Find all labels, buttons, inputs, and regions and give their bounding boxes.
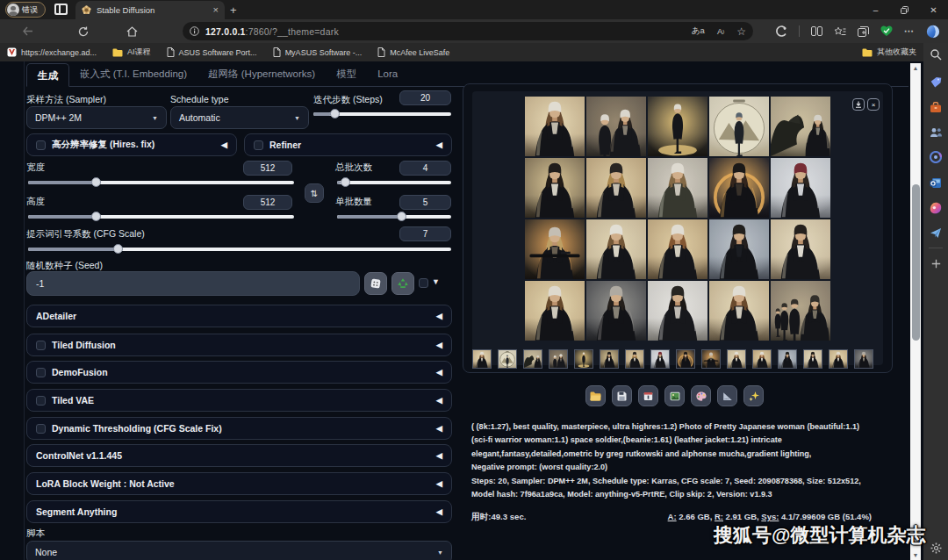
sampler-dropdown[interactable]: DPM++ 2M ▼ [26, 106, 167, 129]
width-slider[interactable] [28, 176, 294, 187]
gallery-thumbnail[interactable] [498, 349, 517, 369]
gallery-thumbnail[interactable] [472, 349, 492, 369]
favorite-star-icon[interactable]: ☆ [736, 25, 746, 38]
gallery-thumbnail[interactable] [727, 349, 746, 369]
accordion-checkbox[interactable] [36, 341, 46, 350]
sidebar-item-drop[interactable] [923, 222, 948, 243]
upscale-button[interactable] [743, 385, 764, 406]
gallery-image[interactable] [586, 97, 646, 156]
save-zip-button[interactable] [638, 385, 658, 406]
profile-button[interactable]: 错误 [5, 2, 46, 18]
height-slider[interactable] [28, 211, 294, 221]
bookmark-item[interactable]: AI课程 [112, 47, 151, 58]
gallery-image[interactable] [525, 158, 585, 218]
accordion-checkbox[interactable] [36, 368, 46, 377]
gallery-thumbnail[interactable] [803, 349, 822, 369]
bookmark-item[interactable]: https://exchange.ad... [7, 47, 97, 57]
steps-input[interactable]: 20 [399, 90, 451, 105]
gallery-thumbnail[interactable] [574, 349, 593, 369]
send-to-img2img-button[interactable] [664, 385, 685, 406]
accordion-checkbox[interactable] [36, 396, 46, 406]
scroll-down-icon[interactable]: ▼ [910, 552, 921, 558]
swap-dimensions-button[interactable]: ⇅ [305, 183, 324, 203]
extension-icon[interactable] [776, 25, 787, 37]
accordion-adetailer[interactable]: ADetailer◀ [26, 305, 452, 327]
refresh-icon[interactable] [74, 22, 93, 41]
close-button[interactable]: ✕ [919, 0, 948, 19]
reuse-seed-button[interactable] [391, 272, 414, 295]
gallery-image[interactable] [771, 219, 830, 279]
cfg-slider[interactable] [28, 243, 451, 254]
refiner-accordion[interactable]: Refiner ◀ [244, 133, 452, 156]
save-button[interactable] [612, 385, 632, 406]
tab-close-icon[interactable]: × [213, 5, 219, 15]
gallery-thumbnail[interactable] [854, 349, 873, 369]
sidebar-item-people[interactable] [923, 122, 948, 143]
hires-fix-checkbox[interactable] [36, 140, 46, 150]
address-bar[interactable]: 127.0.0.1:7860/?__theme=dark あa A) ☆ [183, 22, 753, 40]
page-scrollbar[interactable]: ▲ ▼ [910, 63, 921, 560]
seed-input[interactable]: -1 [26, 271, 360, 296]
sidebar-item-games[interactable] [923, 147, 948, 168]
restore-button[interactable] [890, 0, 919, 19]
gallery-image[interactable] [586, 219, 646, 279]
gallery-thumbnail[interactable] [778, 349, 797, 369]
accordion-lora-block-weight-not-active[interactable]: LoRA Block Weight : Not Active◀ [26, 472, 452, 495]
gallery-image[interactable] [709, 281, 769, 341]
hires-fix-accordion[interactable]: 高分辨率修复 (Hires. fix) ◀ [26, 133, 237, 156]
gallery-image[interactable] [648, 158, 707, 218]
gallery-thumbnail[interactable] [523, 349, 542, 369]
refiner-checkbox[interactable] [254, 140, 263, 150]
batch-count-slider[interactable] [337, 176, 451, 187]
mcafee-webadvisor-icon[interactable] [880, 25, 893, 37]
split-screen-icon[interactable] [811, 26, 822, 36]
random-seed-button[interactable] [364, 272, 387, 295]
gallery-image[interactable] [771, 158, 830, 218]
sidebar-item-search[interactable] [923, 44, 948, 65]
height-input[interactable]: 512 [243, 195, 292, 210]
sidebar-item-plus[interactable] [923, 253, 948, 274]
scroll-up-icon[interactable]: ▲ [910, 65, 921, 71]
read-aloud-icon[interactable]: A) [717, 26, 724, 36]
accordion-tiled-diffusion[interactable]: Tiled Diffusion◀ [26, 334, 452, 356]
sd-tab-inactive[interactable]: Lora [367, 62, 408, 86]
scrollbar-thumb[interactable] [912, 184, 920, 341]
gallery-image[interactable] [525, 97, 585, 156]
script-dropdown[interactable]: None ▼ [26, 541, 452, 560]
sd-tab-inactive[interactable]: 嵌入式 (T.I. Embedding) [69, 62, 198, 86]
sidebar-item-m365[interactable] [923, 97, 948, 118]
home-icon[interactable] [122, 22, 141, 41]
accordion-checkbox[interactable] [36, 424, 46, 434]
gallery-image[interactable] [648, 219, 707, 279]
sd-tab-active[interactable]: 生成 [26, 63, 69, 87]
copilot-icon[interactable] [926, 25, 940, 39]
gallery-image[interactable] [709, 219, 769, 279]
sd-tab-inactive[interactable]: 模型 [326, 62, 367, 86]
accordion-segment-anything[interactable]: Segment Anything◀ [26, 500, 452, 523]
more-options-icon[interactable]: ⋯ [904, 25, 915, 37]
send-to-inpaint-button[interactable] [691, 385, 711, 406]
new-tab-button[interactable]: + [230, 4, 237, 17]
browser-tab[interactable]: Stable Diffusion × [75, 1, 225, 19]
workspaces-icon[interactable] [54, 4, 68, 15]
gallery-thumbnail[interactable] [701, 349, 721, 369]
gallery-thumbnail[interactable] [625, 349, 644, 369]
gallery-image[interactable] [648, 281, 707, 341]
gallery-image[interactable] [586, 158, 646, 218]
bookmark-item[interactable]: McAfee LiveSafe [377, 47, 449, 57]
bookmark-item[interactable]: MyASUS Software -... [273, 47, 363, 57]
batch-size-slider[interactable] [337, 211, 451, 221]
sidebar-item-settings-gear[interactable] [923, 537, 948, 558]
minimize-button[interactable]: – [861, 0, 890, 19]
gallery-image[interactable] [525, 219, 585, 279]
favorites-bar-icon[interactable] [834, 26, 846, 37]
gallery-thumbnail[interactable] [752, 349, 772, 369]
close-gallery-button[interactable]: × [867, 98, 880, 111]
gallery-image[interactable] [709, 97, 769, 156]
schedule-dropdown[interactable]: Automatic ▼ [170, 106, 309, 129]
accordion-tiled-vae[interactable]: Tiled VAE◀ [26, 389, 452, 412]
collections-icon[interactable] [858, 26, 869, 37]
gallery-image[interactable] [586, 281, 646, 341]
gallery-thumbnail[interactable] [549, 349, 568, 369]
bookmark-item[interactable]: ASUS Software Port... [167, 47, 257, 57]
